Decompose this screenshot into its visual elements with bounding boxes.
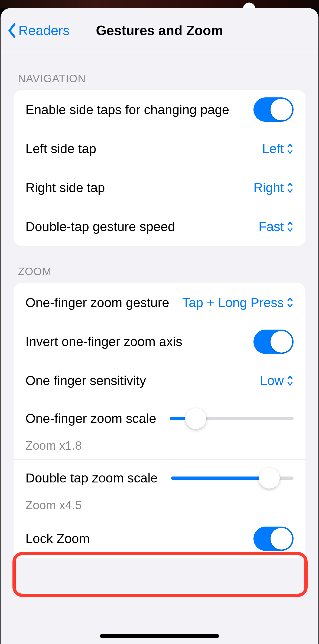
sublabel-double-tap-scale: Zoom x4.5 <box>25 498 294 512</box>
row-left-side-tap[interactable]: Left side tap Left <box>14 129 305 168</box>
up-down-chevrons-icon <box>287 297 294 308</box>
row-right-side-tap[interactable]: Right side tap Right <box>14 168 305 207</box>
row-lock-zoom: Lock Zoom <box>14 519 305 558</box>
value-text: Low <box>260 373 284 388</box>
slider-double-tap-scale[interactable] <box>171 477 294 480</box>
slider-fill <box>171 477 269 480</box>
value-text: Fast <box>259 219 284 234</box>
value-text: Tap + Long Press <box>182 295 284 310</box>
row-sensitivity[interactable]: One finger sensitivity Low <box>14 361 305 400</box>
group-zoom: One-finger zoom gesture Tap + Long Press… <box>14 283 305 558</box>
row-invert-axis: Invert one-finger zoom axis <box>14 322 305 361</box>
value-double-tap-speed: Fast <box>259 219 294 234</box>
navigation-bar: Readers Gestures and Zoom <box>1 8 318 53</box>
device-status-bar <box>0 0 319 8</box>
value-text: Left <box>262 141 284 156</box>
label-double-tap-speed: Double-tap gesture speed <box>25 219 253 234</box>
switch-lock-zoom[interactable] <box>253 527 294 551</box>
group-navigation: Enable side taps for changing page Left … <box>14 90 305 246</box>
label-sensitivity: One finger sensitivity <box>25 373 255 388</box>
label-left-side-tap: Left side tap <box>25 141 257 156</box>
label-enable-side-taps: Enable side taps for changing page <box>25 102 248 117</box>
switch-invert-axis[interactable] <box>253 330 294 354</box>
home-indicator[interactable] <box>100 634 219 638</box>
row-one-finger-gesture[interactable]: One-finger zoom gesture Tap + Long Press <box>14 283 305 322</box>
label-lock-zoom: Lock Zoom <box>25 531 248 546</box>
slider-one-finger-scale[interactable] <box>170 417 294 420</box>
switch-enable-side-taps[interactable] <box>253 97 294 122</box>
up-down-chevrons-icon <box>287 143 294 154</box>
slider-knob[interactable] <box>185 408 206 429</box>
row-double-tap-scale: Double tap zoom scale Zoom x4.5 <box>14 459 305 519</box>
section-header-zoom: ZOOM <box>1 246 318 283</box>
highlight-lock-zoom <box>12 552 308 597</box>
label-invert-axis: Invert one-finger zoom axis <box>25 334 248 349</box>
up-down-chevrons-icon <box>287 182 294 193</box>
up-down-chevrons-icon <box>287 221 294 232</box>
chevron-left-icon <box>7 23 17 38</box>
up-down-chevrons-icon <box>287 375 294 386</box>
row-enable-side-taps: Enable side taps for changing page <box>14 90 305 129</box>
value-right-side-tap: Right <box>253 180 294 195</box>
back-button[interactable]: Readers <box>7 23 70 38</box>
value-text: Right <box>253 180 284 195</box>
settings-sheet: Readers Gestures and Zoom NAVIGATION Ena… <box>1 8 318 644</box>
value-sensitivity: Low <box>260 373 294 388</box>
label-right-side-tap: Right side tap <box>25 180 248 195</box>
label-one-finger-scale: One-finger zoom scale <box>25 411 156 426</box>
row-double-tap-speed[interactable]: Double-tap gesture speed Fast <box>14 207 305 246</box>
value-left-side-tap: Left <box>262 141 294 156</box>
section-header-navigation: NAVIGATION <box>1 53 318 90</box>
slider-knob[interactable] <box>259 468 280 489</box>
sublabel-one-finger-scale: Zoom x1.8 <box>25 439 294 452</box>
value-one-finger-gesture: Tap + Long Press <box>182 295 294 310</box>
row-one-finger-scale: One-finger zoom scale Zoom x1.8 <box>14 400 305 459</box>
label-one-finger-gesture: One-finger zoom gesture <box>25 295 193 310</box>
back-label: Readers <box>18 23 70 38</box>
label-double-tap-scale: Double tap zoom scale <box>25 471 158 485</box>
